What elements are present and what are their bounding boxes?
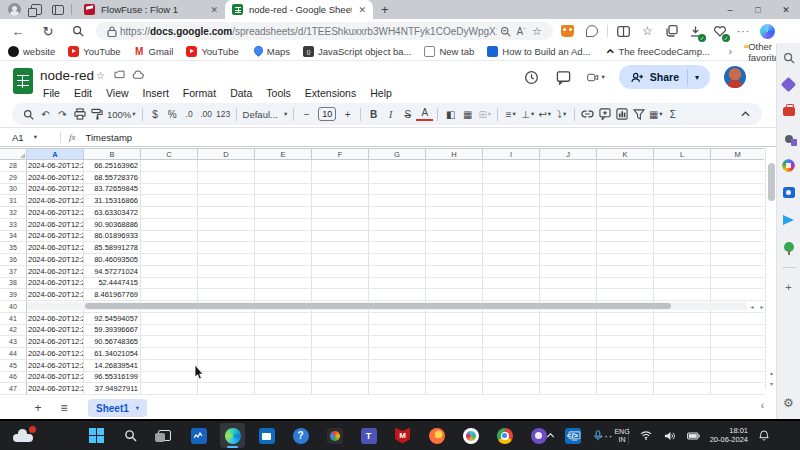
tray-chevron-up-icon[interactable] <box>542 428 558 444</box>
add-sheet-button[interactable]: + <box>28 398 48 418</box>
cell-E45[interactable] <box>255 360 312 372</box>
column-header-K[interactable]: K <box>597 148 654 160</box>
cell-G34[interactable] <box>369 231 426 243</box>
cell-L45[interactable] <box>654 360 711 372</box>
text-rotation-button[interactable]: ⤵▾ <box>553 105 570 123</box>
collapse-side-panel-icon[interactable]: ‹ <box>761 400 764 411</box>
row-header-38[interactable]: 38 <box>0 278 27 290</box>
cell-L41[interactable] <box>654 313 711 325</box>
document-title[interactable]: node-red <box>40 68 94 83</box>
row-header-35[interactable]: 35 <box>0 242 27 254</box>
cell-K37[interactable] <box>597 266 654 278</box>
row-header-30[interactable]: 30 <box>0 184 27 196</box>
vertical-scrollbar-thumb[interactable] <box>768 163 775 201</box>
cell-C32[interactable] <box>141 207 198 219</box>
account-avatar[interactable] <box>724 66 746 88</box>
cell-C46[interactable] <box>141 372 198 384</box>
cell-H31[interactable] <box>426 195 483 207</box>
teams-icon[interactable]: T <box>356 423 381 448</box>
cell-F29[interactable] <box>312 172 369 184</box>
cell-L35[interactable] <box>654 242 711 254</box>
maximize-button[interactable]: □ <box>744 0 772 19</box>
cell-C28[interactable] <box>141 160 198 172</box>
cell-H37[interactable] <box>426 266 483 278</box>
cell-E32[interactable] <box>255 207 312 219</box>
cell-K45[interactable] <box>597 360 654 372</box>
create-filter-button[interactable] <box>630 105 647 123</box>
cell-J34[interactable] <box>540 231 597 243</box>
cell-E37[interactable] <box>255 266 312 278</box>
select-all-corner[interactable] <box>0 148 27 160</box>
cell-A45[interactable]: 2024-06-20T12:2 <box>27 360 84 372</box>
metamask-icon[interactable] <box>559 23 576 40</box>
meet-video-icon[interactable]: ▾ <box>587 68 605 86</box>
cell-H47[interactable] <box>426 383 483 395</box>
slack-icon[interactable] <box>458 423 483 448</box>
cell-E46[interactable] <box>255 372 312 384</box>
cell-A46[interactable]: 2024-06-20T12:2 <box>27 372 84 384</box>
cell-M35[interactable] <box>711 242 764 254</box>
cell-L39[interactable] <box>654 289 711 301</box>
cell-L36[interactable] <box>654 254 711 266</box>
cell-G37[interactable] <box>369 266 426 278</box>
horizontal-scrollbar[interactable] <box>27 302 747 310</box>
cell-J41[interactable] <box>540 313 597 325</box>
tab-close-icon[interactable]: ✕ <box>210 5 218 15</box>
cell-M41[interactable] <box>711 313 764 325</box>
cell-J33[interactable] <box>540 219 597 231</box>
lock-icon[interactable] <box>104 24 120 38</box>
cell-H38[interactable] <box>426 278 483 290</box>
cell-E33[interactable] <box>255 219 312 231</box>
cell-G42[interactable] <box>369 325 426 337</box>
cell-E42[interactable] <box>255 325 312 337</box>
cell-C31[interactable] <box>141 195 198 207</box>
cell-I46[interactable] <box>483 372 540 384</box>
cell-J36[interactable] <box>540 254 597 266</box>
microphone-icon[interactable] <box>590 428 606 444</box>
vertical-tabs-icon[interactable] <box>50 2 66 18</box>
bookmark-3[interactable]: YouTube <box>186 46 238 57</box>
row-header-43[interactable]: 43 <box>0 336 27 348</box>
cell-C47[interactable] <box>141 383 198 395</box>
cell-G44[interactable] <box>369 348 426 360</box>
cell-K28[interactable] <box>597 160 654 172</box>
cell-K38[interactable] <box>597 278 654 290</box>
edge-icon[interactable] <box>220 423 245 448</box>
cell-E34[interactable] <box>255 231 312 243</box>
row-header-34[interactable]: 34 <box>0 231 27 243</box>
cell-B47[interactable]: 37.94927911 <box>84 383 141 395</box>
cell-J46[interactable] <box>540 372 597 384</box>
settings-gear-icon[interactable]: ⚙ <box>780 394 797 411</box>
mcafee-icon[interactable]: M <box>390 423 415 448</box>
share-dropdown-icon[interactable]: ▾ <box>688 73 706 82</box>
cell-F31[interactable] <box>312 195 369 207</box>
menu-edit[interactable]: Edit <box>67 86 99 100</box>
undo-icon[interactable]: ↶ <box>37 105 54 123</box>
cell-K36[interactable] <box>597 254 654 266</box>
cell-D38[interactable] <box>198 278 255 290</box>
star-document-icon[interactable]: ☆ <box>96 70 105 81</box>
cell-H32[interactable] <box>426 207 483 219</box>
cell-G36[interactable] <box>369 254 426 266</box>
cell-F35[interactable] <box>312 242 369 254</box>
column-header-I[interactable]: I <box>483 148 540 160</box>
bookmark-2[interactable]: MGmail <box>134 46 174 57</box>
cell-D42[interactable] <box>198 325 255 337</box>
cell-I47[interactable] <box>483 383 540 395</box>
cell-D34[interactable] <box>198 231 255 243</box>
text-color-button[interactable]: A <box>416 108 433 121</box>
designer-icon[interactable] <box>780 157 797 174</box>
collections-icon[interactable] <box>663 23 680 40</box>
cell-E39[interactable] <box>255 289 312 301</box>
cell-B43[interactable]: 90.56748365 <box>84 336 141 348</box>
menu-format[interactable]: Format <box>176 86 223 100</box>
cell-L29[interactable] <box>654 172 711 184</box>
grow-tree-icon[interactable] <box>780 238 797 255</box>
cell-J47[interactable] <box>540 383 597 395</box>
vertical-align-button[interactable]: ⊥▾ <box>519 105 536 123</box>
cell-I44[interactable] <box>483 348 540 360</box>
telegram-icon[interactable] <box>780 211 797 228</box>
cell-L30[interactable] <box>654 184 711 196</box>
cell-M29[interactable] <box>711 172 764 184</box>
font-family-select[interactable]: Defaul...▾ <box>241 105 290 123</box>
